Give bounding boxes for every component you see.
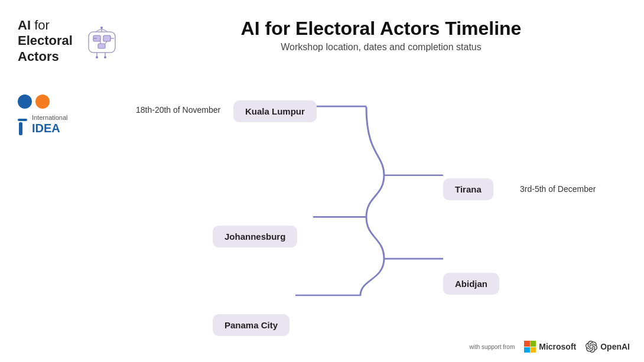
openai-logo: OpenAI [586,341,630,353]
ms-green-square [531,341,536,347]
date-label-tirana: 3rd-5th of December [520,184,596,194]
dot-blue [18,94,32,109]
city-box-kuala-lumpur: Kuala Lumpur [233,100,317,122]
ms-yellow-square [531,347,536,353]
timeline-area: Kuala Lumpur 18th-20th of November Tiran… [130,71,644,327]
dot-orange [35,94,50,109]
page-header: AI for Electoral Actors Timeline Worksho… [136,18,626,53]
svg-point-9 [100,27,103,29]
support-label: with support from [470,344,515,350]
city-box-panama-city: Panama City [213,314,290,336]
microsoft-grid-icon [524,341,536,353]
microsoft-label: Microsoft [539,342,576,351]
svg-point-13 [104,56,106,58]
idea-logo: International IDEA [18,94,68,135]
openai-label: OpenAI [600,342,630,351]
idea-small-text: International [32,113,68,122]
page-subtitle: Workshop location, dates and completion … [136,42,626,53]
ms-blue-square [524,347,530,353]
sidebar: AI for Electoral Actors [18,18,124,77]
city-box-johannesburg: Johannesburg [213,226,297,247]
svg-rect-0 [89,32,115,53]
ms-red-square [524,341,530,347]
svg-point-12 [96,56,98,58]
idea-dots [18,94,68,109]
brain-circuit-icon [83,25,121,66]
page-title: AI for Electoral Actors Timeline [136,18,626,40]
city-box-tirana: Tirana [443,178,493,200]
city-box-abidjan: Abidjan [443,273,499,295]
idea-bold-text: IDEA [32,122,68,135]
openai-icon [586,341,597,353]
date-label-kuala-lumpur: 18th-20th of November [136,105,220,115]
idea-i-icon [18,119,27,135]
svg-rect-2 [103,35,110,41]
microsoft-logo: Microsoft [524,341,576,353]
bottom-logos: with support from Microsoft OpenAI [470,341,630,353]
svg-rect-3 [98,44,105,48]
